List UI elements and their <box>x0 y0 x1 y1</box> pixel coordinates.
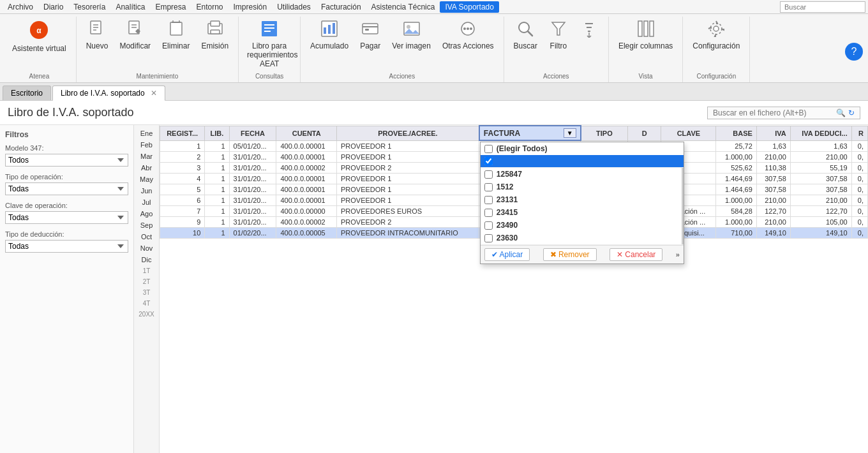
cell-base: 1.000,00 <box>716 195 756 205</box>
menu-utilidades[interactable]: Utilidades <box>272 1 316 13</box>
buscar-label: Buscar <box>514 41 537 50</box>
col-header-base[interactable]: BASE <box>716 126 756 140</box>
acumulado-button[interactable]: Acumulado <box>306 17 353 54</box>
month-may[interactable]: May <box>134 174 159 185</box>
modelo347-select[interactable]: Todos <box>5 154 128 167</box>
menu-entorno[interactable]: Entorno <box>191 1 228 13</box>
dropdown-cancel-btn[interactable]: ✕ Cancelar <box>610 248 662 261</box>
dropdown-check-23131[interactable] <box>484 196 493 204</box>
otras-acciones-button[interactable]: Otras Acciones <box>438 17 498 54</box>
modificar-button[interactable]: Modificar <box>115 17 155 54</box>
col-header-iva[interactable]: IVA <box>756 126 790 140</box>
col-header-r[interactable]: R <box>851 126 867 140</box>
dropdown-item-blank[interactable] <box>481 155 684 167</box>
dropdown-more-icon[interactable]: » <box>676 251 680 258</box>
month-sep[interactable]: Sep <box>134 219 159 231</box>
menu-diario[interactable]: Diario <box>38 1 68 13</box>
dropdown-check-blank[interactable] <box>484 157 493 165</box>
dropdown-check-125847[interactable] <box>484 170 493 179</box>
pagar-label: Pagar <box>360 41 380 50</box>
factura-filter-dropdown-btn[interactable]: ▼ <box>564 128 576 138</box>
month-feb[interactable]: Feb <box>134 139 159 151</box>
buscar-button[interactable]: Buscar <box>509 17 542 54</box>
dropdown-item-23630[interactable]: 23630 <box>481 232 682 244</box>
month-dic[interactable]: Dic <box>134 254 159 265</box>
col-header-lib[interactable]: LIB. <box>205 126 229 140</box>
pagar-button[interactable]: Pagar <box>355 17 385 54</box>
dropdown-check-23630[interactable] <box>484 234 493 242</box>
month-2t[interactable]: 2T <box>134 276 159 287</box>
dropdown-item-23415[interactable]: 23415 <box>481 206 682 219</box>
menu-iva-soportado[interactable]: IVA Soportado <box>440 1 499 13</box>
menu-search-input[interactable] <box>784 3 861 11</box>
dropdown-check-23490[interactable] <box>484 221 493 230</box>
tipo-deduccion-select[interactable]: Todas <box>5 240 128 253</box>
col-header-iva-ded[interactable]: IVA DEDUCI... <box>790 126 851 140</box>
svg-point-42 <box>714 26 719 31</box>
menu-tesoreria[interactable]: Tesorería <box>68 1 110 13</box>
dropdown-apply-btn[interactable]: ✔ Aplicar <box>484 248 530 261</box>
month-mar[interactable]: Mar <box>134 151 159 162</box>
col-header-cuenta[interactable]: CUENTA <box>276 126 337 140</box>
col-header-fecha[interactable]: FECHA <box>229 126 276 140</box>
dropdown-scroll[interactable]: 125847 1512 <box>481 167 684 245</box>
refresh-icon[interactable]: ↻ <box>848 108 855 117</box>
ordenar-button[interactable] <box>575 17 603 44</box>
dropdown-item-1512[interactable]: 1512 <box>481 181 682 193</box>
emision-button[interactable]: Emisión <box>197 17 233 54</box>
month-20xx[interactable]: 20XX <box>134 309 159 320</box>
col-header-proveedor[interactable]: PROVEE./ACREE. <box>337 126 479 140</box>
col-header-regist[interactable]: REGIST... <box>160 126 205 140</box>
help-button[interactable]: ? <box>845 43 863 61</box>
month-ago[interactable]: Ago <box>134 208 159 219</box>
tab-escritorio[interactable]: Escritorio <box>3 85 51 100</box>
menu-facturacion[interactable]: Facturación <box>316 1 366 13</box>
month-abr[interactable]: Abr <box>134 162 159 174</box>
dropdown-item-125847[interactable]: 125847 <box>481 168 682 181</box>
month-ene[interactable]: Ene <box>134 128 159 139</box>
dropdown-remove-btn[interactable]: ✖ Remover <box>543 248 597 261</box>
dropdown-check-1512[interactable] <box>484 183 493 191</box>
cell-proveedor: PROVEEDOR 1 <box>337 184 479 195</box>
cell-fecha: 05/01/20... <box>229 140 276 151</box>
eliminar-button[interactable]: Eliminar <box>158 17 194 54</box>
asistente-virtual-button[interactable]: α Asistente virtual <box>8 17 71 56</box>
dropdown-check-23415[interactable] <box>484 209 493 217</box>
col-header-clave[interactable]: CLAVE <box>661 126 716 140</box>
menu-archivo[interactable]: Archivo <box>3 1 38 13</box>
col-header-tipo[interactable]: TIPO <box>581 126 628 140</box>
ver-imagen-button[interactable]: Ver imagen <box>387 17 435 54</box>
month-4t[interactable]: 4T <box>134 298 159 309</box>
dropdown-item-23131[interactable]: 23131 <box>481 193 682 206</box>
dropdown-item-elegir-todos[interactable]: (Elegir Todos) <box>481 142 684 155</box>
svg-point-31 <box>467 27 469 30</box>
nuevo-button[interactable]: Nuevo <box>82 17 113 54</box>
col-header-d[interactable]: D <box>627 126 661 140</box>
month-nov[interactable]: Nov <box>134 242 159 254</box>
tab-libro-iva[interactable]: Libro de I.V.A. soportado ✕ <box>52 85 165 101</box>
filtro-button[interactable]: Filtro <box>544 17 572 54</box>
month-1t[interactable]: 1T <box>134 265 159 276</box>
cell-iva-ded: 149,10 <box>790 227 851 238</box>
col-header-factura[interactable]: FACTURA ▼ (Elegir Todos) <box>479 126 581 140</box>
cell-cuenta: 400.0.0.00000 <box>276 205 337 216</box>
page-search-input[interactable] <box>713 108 834 117</box>
menu-analitica[interactable]: Analítica <box>110 1 150 13</box>
month-oct[interactable]: Oct <box>134 231 159 242</box>
month-jun[interactable]: Jun <box>134 185 159 197</box>
clave-operacion-select[interactable]: Todas <box>5 211 128 224</box>
dropdown-item-23490[interactable]: 23490 <box>481 219 682 232</box>
dropdown-check-elegir-todos[interactable] <box>484 145 493 153</box>
configuracion-button[interactable]: Configuración <box>688 17 744 54</box>
cell-reg: 6 <box>160 195 205 205</box>
tipo-operacion-select[interactable]: Todas <box>5 182 128 195</box>
menu-empresa[interactable]: Empresa <box>150 1 191 13</box>
tab-close-icon[interactable]: ✕ <box>151 89 157 98</box>
menu-asistencia[interactable]: Asistencia Técnica <box>366 1 440 13</box>
menu-impresion[interactable]: Impresión <box>228 1 272 13</box>
table-wrapper[interactable]: REGIST... LIB. FECHA CUENTA PROVEE./ACRE… <box>160 125 868 453</box>
month-jul[interactable]: Jul <box>134 197 159 208</box>
month-3t[interactable]: 3T <box>134 287 159 298</box>
elegir-columnas-button[interactable]: Elegir columnas <box>614 17 677 54</box>
libro-requerimientos-button[interactable]: Libro para requerimientos AEAT <box>244 17 295 71</box>
